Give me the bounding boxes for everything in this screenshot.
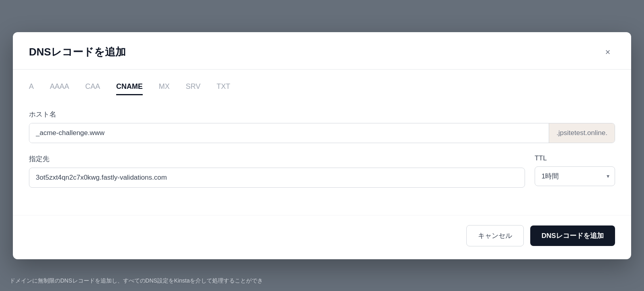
ttl-select-wrapper: 自動 1分 2分 5分 10分 15分 30分 1時間 2時間 6時間 12時間…	[535, 166, 615, 186]
tab-A[interactable]: A	[29, 82, 34, 95]
tab-SRV[interactable]: SRV	[186, 82, 201, 95]
hostname-input[interactable]	[29, 123, 549, 143]
submit-button[interactable]: DNSレコードを追加	[530, 225, 615, 246]
destination-ttl-row: 指定先 TTL 自動 1分 2分 5分 10分 15分 30分	[29, 154, 615, 199]
tab-CAA[interactable]: CAA	[85, 82, 100, 95]
record-type-tabs: A AAAA CAA CNAME MX SRV TXT	[29, 82, 615, 95]
modal-overlay: DNSレコードを追加 × A AAAA CAA CNAME MX SRV TXT…	[0, 0, 644, 291]
modal-header: DNSレコードを追加 ×	[13, 32, 631, 70]
hostname-input-group: .jpsitetest.online.	[29, 123, 615, 143]
footer-text: ドメインに無制限のDNSレコードを追加し、すべてのDNS設定をKinstaを介し…	[0, 271, 644, 291]
cancel-button[interactable]: キャンセル	[466, 225, 524, 246]
tab-AAAA[interactable]: AAAA	[50, 82, 69, 95]
dns-modal: DNSレコードを追加 × A AAAA CAA CNAME MX SRV TXT…	[13, 32, 631, 259]
ttl-select[interactable]: 自動 1分 2分 5分 10分 15分 30分 1時間 2時間 6時間 12時間…	[535, 166, 615, 186]
ttl-label: TTL	[535, 154, 615, 162]
hostname-section: ホスト名 .jpsitetest.online.	[29, 110, 615, 143]
destination-section: 指定先	[29, 154, 525, 188]
close-button[interactable]: ×	[601, 45, 615, 59]
modal-title: DNSレコードを追加	[29, 45, 126, 59]
destination-label: 指定先	[29, 154, 525, 164]
tab-TXT[interactable]: TXT	[217, 82, 230, 95]
tab-CNAME[interactable]: CNAME	[116, 82, 143, 95]
modal-footer: キャンセル DNSレコードを追加	[13, 215, 631, 259]
hostname-suffix: .jpsitetest.online.	[549, 123, 615, 143]
modal-body: A AAAA CAA CNAME MX SRV TXT ホスト名 .jpsite…	[13, 70, 631, 215]
ttl-section: TTL 自動 1分 2分 5分 10分 15分 30分 1時間 2時間	[535, 154, 615, 186]
tab-MX[interactable]: MX	[159, 82, 170, 95]
hostname-label: ホスト名	[29, 110, 615, 119]
destination-input[interactable]	[29, 168, 525, 188]
